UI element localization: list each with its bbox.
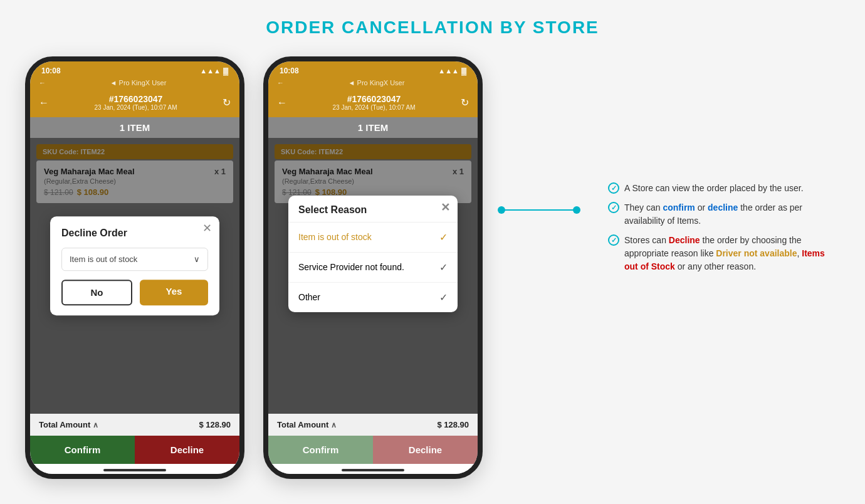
info-text-3: Stores can Decline the order by choosing… — [624, 234, 840, 273]
info-item-1: A Store can view the order placed by the… — [608, 182, 840, 195]
total-label-1: Total Amount ∧ — [39, 420, 98, 429]
info-text-2: They can confirm or decline the order as… — [624, 201, 840, 228]
connector-dot-right — [573, 206, 580, 214]
check-icon-3: ✓ — [439, 291, 448, 303]
no-button[interactable]: No — [61, 280, 132, 305]
status-icons-2: ▲▲▲ ▓ — [438, 67, 466, 75]
footer-buttons-1: Confirm Decline — [30, 436, 239, 464]
close-icon[interactable]: ✕ — [202, 223, 212, 234]
select-reason-dialog: Select Reason ✕ Item is out of stock ✓ S… — [288, 196, 458, 312]
check-circle-1 — [608, 182, 619, 194]
yes-button[interactable]: Yes — [140, 280, 208, 305]
phone-1: 10:08 ▲▲▲ ▓ ← ◄ Pro KingX User ← #176602… — [25, 56, 244, 479]
reason-label-1: Item is out of stock — [298, 232, 372, 242]
app-name-1: ◄ Pro KingX User — [110, 79, 167, 87]
check-icon-1: ✓ — [439, 231, 448, 243]
battery-icon-1: ▓ — [223, 67, 228, 75]
refresh-icon-1[interactable]: ↻ — [223, 97, 231, 108]
info-panel: A Store can view the order placed by the… — [595, 56, 840, 280]
decline-button-2[interactable]: Decline — [373, 436, 478, 464]
order-info-2: #1766023047 23 Jan, 2024 (Tue), 10:07 AM — [333, 94, 416, 111]
check-circle-2 — [608, 202, 619, 213]
info-text-1: A Store can view the order placed by the… — [624, 182, 804, 195]
order-id-2: #1766023047 — [333, 94, 416, 104]
check-icon-2: ✓ — [439, 261, 448, 273]
back-arrow-1[interactable]: ← — [39, 97, 49, 108]
order-date-1: 23 Jan, 2024 (Tue), 10:07 AM — [95, 104, 177, 111]
chevron-up-icon-1: ∧ — [93, 421, 98, 429]
back-arrow-2[interactable]: ← — [277, 97, 287, 108]
info-item-3: Stores can Decline the order by choosing… — [608, 234, 840, 273]
select-reason-title: Select Reason — [298, 204, 367, 215]
connector-area — [501, 56, 577, 211]
nav-back-2[interactable]: ← — [277, 79, 284, 87]
main-layout: 10:08 ▲▲▲ ▓ ← ◄ Pro KingX User ← #176602… — [0, 56, 865, 479]
check-circle-3 — [608, 234, 619, 246]
notch-1: ← ◄ Pro KingX User — [30, 78, 239, 90]
reason-label-2: Service Provider not found. — [298, 262, 404, 272]
header-bar-1: ← #1766023047 23 Jan, 2024 (Tue), 10:07 … — [30, 90, 239, 117]
dropdown-value: Item is out of stock — [70, 255, 137, 264]
reason-option-2[interactable]: Service Provider not found. ✓ — [288, 253, 458, 283]
time-2: 10:08 — [280, 66, 299, 75]
home-bar-1 — [30, 464, 239, 474]
notch-2: ← ◄ Pro KingX User — [268, 78, 478, 90]
total-value-1: $ 128.90 — [199, 420, 231, 429]
decline-dialog: Decline Order ✕ Item is out of stock ∨ N… — [50, 216, 219, 315]
decline-button-1[interactable]: Decline — [135, 436, 239, 464]
connector-dot-left — [498, 206, 505, 214]
chevron-up-icon-2: ∧ — [331, 421, 337, 429]
info-item-2: They can confirm or decline the order as… — [608, 201, 840, 228]
chevron-down-icon: ∨ — [194, 255, 200, 264]
reason-option-1[interactable]: Item is out of stock ✓ — [288, 223, 458, 253]
reason-label-3: Other — [298, 292, 320, 302]
close-icon-2[interactable]: ✕ — [441, 202, 450, 213]
footer-buttons-2: Confirm Decline — [268, 436, 478, 464]
footer-total-2: Total Amount ∧ $ 128.90 — [268, 414, 478, 436]
status-bar-2: 10:08 ▲▲▲ ▓ — [268, 61, 478, 78]
wifi-icon-1: ▲▲▲ — [200, 67, 221, 75]
home-bar-2 — [268, 464, 478, 474]
select-reason-header: Select Reason ✕ — [288, 196, 458, 223]
reason-option-3[interactable]: Other ✓ — [288, 283, 458, 312]
total-value-2: $ 128.90 — [437, 420, 469, 429]
page-title: ORDER CANCELLATION BY STORE — [0, 0, 865, 56]
status-bar-1: 10:08 ▲▲▲ ▓ — [30, 61, 239, 78]
confirm-button-1[interactable]: Confirm — [30, 436, 135, 464]
time-1: 10:08 — [41, 66, 61, 75]
battery-icon-2: ▓ — [461, 67, 466, 75]
header-bar-2: ← #1766023047 23 Jan, 2024 (Tue), 10:07 … — [268, 90, 478, 117]
phone-body-2: SKU Code: ITEM22 Veg Maharaja Mac Meal (… — [268, 138, 478, 414]
order-id-1: #1766023047 — [95, 94, 177, 104]
app-name-2: ◄ Pro KingX User — [349, 79, 405, 87]
home-bar-line-1 — [103, 469, 166, 471]
dialog-buttons: No Yes — [61, 280, 208, 305]
dropdown-field[interactable]: Item is out of stock ∨ — [61, 248, 208, 271]
item-count-1: 1 ITEM — [30, 117, 239, 138]
refresh-icon-2[interactable]: ↻ — [461, 97, 469, 108]
nav-back-1[interactable]: ← — [39, 79, 46, 87]
footer-total-1: Total Amount ∧ $ 128.90 — [30, 414, 239, 436]
confirm-button-2[interactable]: Confirm — [268, 436, 373, 464]
dialog-title: Decline Order — [61, 228, 208, 239]
connector-line — [501, 209, 577, 211]
status-icons-1: ▲▲▲ ▓ — [200, 67, 228, 75]
home-bar-line-2 — [342, 469, 404, 471]
item-count-2: 1 ITEM — [268, 117, 478, 138]
wifi-icon-2: ▲▲▲ — [438, 67, 459, 75]
order-date-2: 23 Jan, 2024 (Tue), 10:07 AM — [333, 104, 416, 111]
total-label-2: Total Amount ∧ — [277, 420, 337, 429]
phone-body-1: SKU Code: ITEM22 Veg Maharaja Mac Meal (… — [30, 138, 239, 414]
phone-2: 10:08 ▲▲▲ ▓ ← ◄ Pro KingX User ← #176602… — [263, 56, 483, 479]
order-info-1: #1766023047 23 Jan, 2024 (Tue), 10:07 AM — [95, 94, 177, 111]
